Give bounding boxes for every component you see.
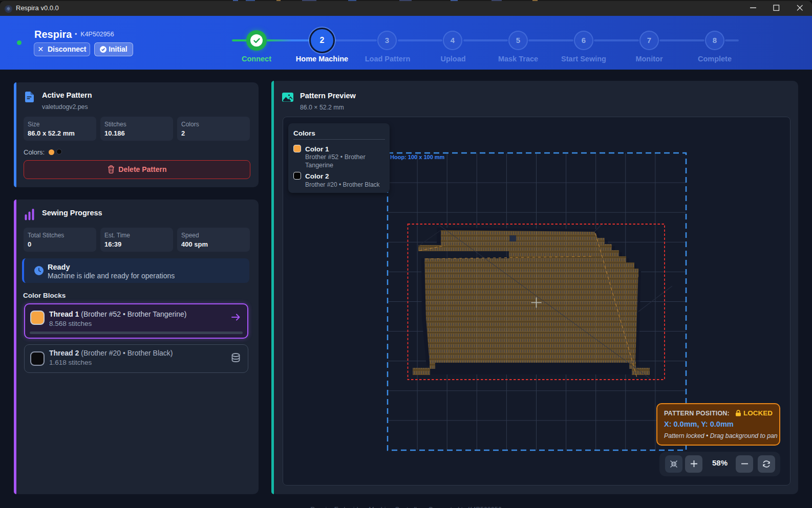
svg-text:Hoop: 100 x 100 mm: Hoop: 100 x 100 mm [390,154,445,160]
